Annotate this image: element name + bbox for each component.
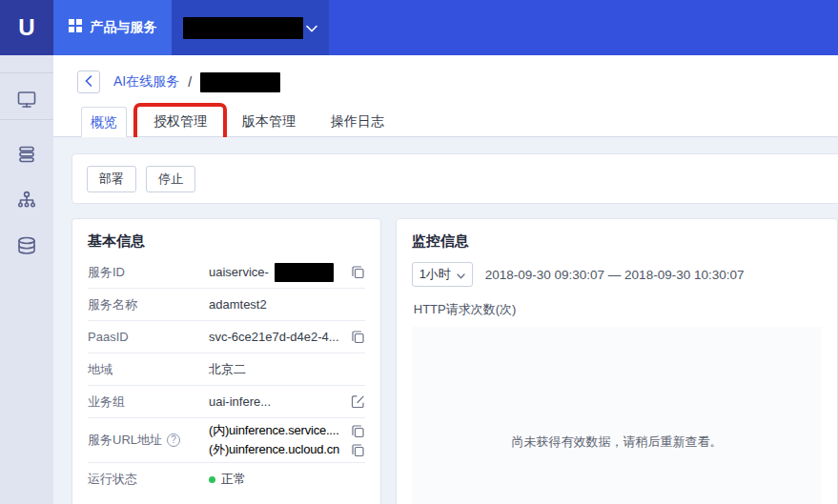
- info-label: 地域: [88, 361, 209, 378]
- topbar: U 产品与服务: [0, 0, 838, 55]
- breadcrumb-separator: /: [188, 74, 192, 90]
- tab-operation-log[interactable]: 操作日志: [322, 107, 393, 137]
- database-icon: [15, 234, 38, 257]
- monitor-toolbar: 1小时 2018-09-30 09:30:07 — 2018-09-30 10:…: [412, 262, 822, 287]
- ucloud-logo[interactable]: U: [0, 0, 53, 55]
- breadcrumb-parent-link[interactable]: AI在线服务: [113, 73, 179, 91]
- metric-label: HTTP请求次数(次): [414, 301, 822, 318]
- basic-info-card: 基本信息 服务ID uaiservice-: [72, 218, 381, 504]
- period-select[interactable]: 1小时: [412, 262, 473, 287]
- chevron-left-icon: [85, 73, 92, 91]
- info-row-service-name: 服务名称 adamtest2: [88, 289, 365, 321]
- url-line-external: (外)uinference.ucloud.cn: [209, 441, 365, 458]
- redacted-service-name: [200, 72, 280, 92]
- info-value: adamtest2: [209, 297, 267, 312]
- tab-label: 版本管理: [242, 113, 296, 129]
- info-row-service-id: 服务ID uaiservice-: [88, 256, 365, 289]
- url-line-internal: (内)uinference.service....: [209, 422, 365, 439]
- basic-info-rows: 服务ID uaiservice- 服务名: [88, 256, 365, 495]
- chevron-down-icon: [306, 19, 317, 36]
- sidebar-divider: [0, 119, 53, 120]
- copy-icon[interactable]: [351, 265, 365, 279]
- logo-letter: U: [18, 14, 34, 41]
- status-text: 正常: [221, 471, 246, 488]
- content-area: 部署 停止 基本信息 服务ID uaiservice-: [53, 137, 838, 504]
- chevron-down-icon: [457, 268, 465, 282]
- stack-icon: [15, 143, 38, 166]
- edit-icon[interactable]: [351, 394, 365, 409]
- info-row-service-url: 服务URL地址 ? (内)uinference.service....: [88, 418, 365, 463]
- sidebar-divider: [0, 72, 53, 73]
- sidebar: [0, 55, 53, 504]
- info-row-status: 运行状态 正常: [88, 463, 365, 495]
- info-value: uaiservice-: [209, 263, 334, 282]
- back-button[interactable]: [77, 71, 100, 93]
- info-label: PaasID: [88, 330, 209, 344]
- help-icon[interactable]: ?: [167, 433, 180, 447]
- info-row-paas-id: PaasID svc-6ce21e7d-d4e2-4...: [88, 321, 365, 353]
- sidebar-item-network[interactable]: [15, 189, 38, 212]
- copy-icon[interactable]: [351, 443, 365, 457]
- grid-icon: [69, 19, 83, 37]
- time-range-label: 2018-09-30 09:30:07 — 2018-09-30 10:30:0…: [485, 268, 745, 282]
- info-row-business-group: 业务组 uai-infere...: [88, 386, 365, 418]
- breadcrumb: AI在线服务 /: [77, 71, 280, 93]
- project-selector[interactable]: [172, 0, 329, 55]
- tab-authorization[interactable]: 授权管理: [145, 107, 215, 137]
- stop-button[interactable]: 停止: [146, 166, 195, 192]
- sidebar-item-database[interactable]: [15, 234, 38, 257]
- status-value: 正常: [209, 471, 246, 488]
- period-select-value: 1小时: [419, 266, 451, 283]
- copy-icon[interactable]: [351, 424, 365, 438]
- monitor-icon: [15, 88, 38, 111]
- info-value: uai-infere...: [209, 394, 271, 409]
- url-lines: (内)uinference.service.... (外)uinference.: [209, 422, 365, 458]
- deploy-button[interactable]: 部署: [87, 166, 136, 192]
- products-menu-button[interactable]: 产品与服务: [53, 0, 172, 55]
- sidebar-item-hosts[interactable]: [15, 143, 38, 166]
- info-label: 服务URL地址 ?: [88, 432, 209, 449]
- tab-label: 操作日志: [331, 113, 384, 129]
- products-menu-label: 产品与服务: [91, 19, 157, 36]
- tab-bar: 概览 授权管理 版本管理 操作日志: [81, 107, 411, 137]
- monitor-card: 监控信息 1小时 2018-09-30 09:30:07 — 2018-09-3…: [396, 218, 838, 504]
- copy-icon[interactable]: [351, 330, 365, 344]
- status-dot: [209, 476, 215, 483]
- action-toolbar: 部署 停止: [72, 153, 838, 204]
- info-label: 运行状态: [88, 471, 209, 488]
- cards-row: 基本信息 服务ID uaiservice-: [72, 218, 838, 504]
- chart-area: 尚未获得有效数据，请稍后重新查看。: [412, 327, 822, 504]
- info-value: svc-6ce21e7d-d4e2-4...: [209, 330, 339, 344]
- tab-overview[interactable]: 概览: [81, 107, 127, 137]
- redacted-project-name: [183, 17, 303, 39]
- info-row-region: 地域 北京二: [88, 353, 365, 386]
- redacted-service-id: [275, 263, 334, 282]
- tab-label: 授权管理: [153, 113, 207, 129]
- sitemap-icon: [15, 189, 38, 212]
- monitor-title: 监控信息: [412, 232, 822, 251]
- tab-versions[interactable]: 版本管理: [234, 107, 304, 137]
- tab-label: 概览: [91, 114, 117, 130]
- info-label: 业务组: [88, 393, 209, 411]
- info-value: 北京二: [209, 361, 246, 378]
- main-area: AI在线服务 / 概览 授权管理 版本管理 操作日志 部署 停止: [53, 55, 838, 504]
- page-header: AI在线服务 / 概览 授权管理 版本管理 操作日志: [53, 55, 838, 137]
- info-label: 服务名称: [88, 296, 209, 313]
- info-label: 服务ID: [88, 264, 209, 281]
- basic-info-title: 基本信息: [88, 232, 365, 251]
- chart-empty-message: 尚未获得有效数据，请稍后重新查看。: [511, 433, 722, 451]
- sidebar-item-console[interactable]: [15, 88, 38, 111]
